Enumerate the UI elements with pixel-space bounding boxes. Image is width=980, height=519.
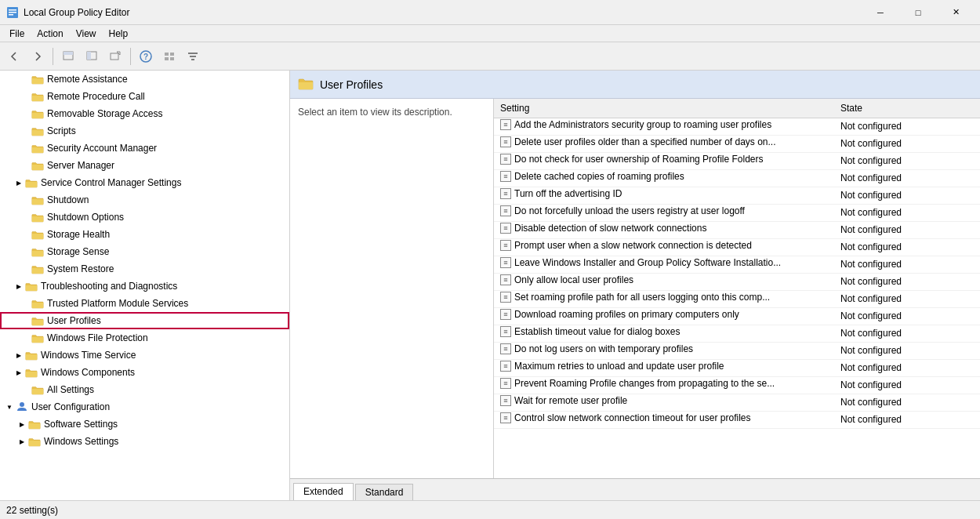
tree-label: Windows Settings [44,436,118,447]
window-controls: ─ □ ✕ [862,1,974,24]
table-row[interactable]: ≡ Control slow network connection timeou… [494,411,980,428]
expand-icon[interactable]: ▶ [13,349,25,361]
svg-rect-7 [87,52,91,60]
expand-placeholder [19,194,31,206]
minimize-button[interactable]: ─ [862,1,898,24]
tree-item-user-profiles[interactable]: User Profiles [0,312,289,329]
back-button[interactable] [3,45,25,67]
tree-label: Removable Storage Access [47,108,162,119]
table-row[interactable]: ≡ Add the Administrators security group … [494,118,980,135]
toolbar-separator-2 [130,48,131,65]
table-row[interactable]: ≡ Do not log users on with temporary pro… [494,342,980,359]
menu-file[interactable]: File [3,27,31,41]
table-row[interactable]: ≡ Do not forcefully unload the users reg… [494,204,980,221]
setting-label: ≡ Set roaming profile path for all users… [494,291,834,303]
setting-state: Not configured [834,359,980,376]
column-state[interactable]: State [834,99,980,118]
filter-button[interactable] [182,45,204,67]
expand-placeholder [19,142,31,154]
table-row[interactable]: ≡ Set roaming profile path for all users… [494,290,980,307]
tree-item-service-control[interactable]: ▶ Service Control Manager Settings [0,174,289,191]
setting-state: Not configured [834,411,980,428]
menu-action[interactable]: Action [31,27,69,41]
svg-rect-2 [9,12,16,13]
table-row[interactable]: ≡ Prompt user when a slow network connec… [494,238,980,256]
show-hide-button[interactable] [81,45,103,67]
column-setting[interactable]: Setting [494,99,834,118]
tree-item-server-manager[interactable]: Server Manager [0,157,289,174]
tree-item-shutdown[interactable]: Shutdown [0,191,289,209]
tab-extended[interactable]: Extended [293,483,354,500]
tree-item-scripts[interactable]: Scripts [0,122,289,140]
table-row[interactable]: ≡ Do not check for user ownership of Roa… [494,152,980,169]
table-row[interactable]: ≡ Maximum retries to unload and update u… [494,359,980,376]
setting-state: Not configured [834,135,980,152]
tree-item-system-restore[interactable]: System Restore [0,260,289,278]
table-row[interactable]: ≡ Delete cached copies of roaming profil… [494,169,980,187]
tree-item-windows-time[interactable]: ▶ Windows Time Service [0,347,289,364]
tree-item-windows-components[interactable]: ▶ Windows Components [0,364,289,381]
setting-icon: ≡ [500,361,511,372]
tree-item-removable-storage[interactable]: Removable Storage Access [0,105,289,122]
tree-item-remote-procedure[interactable]: Remote Procedure Call [0,88,289,105]
tab-standard[interactable]: Standard [355,484,414,500]
tree-item-security-account[interactable]: Security Account Manager [0,140,289,157]
tree-item-remote-assistance[interactable]: Remote Assistance [0,71,289,88]
folder-icon [31,245,44,258]
view-button[interactable] [158,45,180,67]
table-row[interactable]: ≡ Wait for remote user profile Not confi… [494,394,980,411]
setting-state: Not configured [834,273,980,290]
toolbar-separator-1 [53,48,53,65]
expand-placeholder [19,245,31,258]
help-button[interactable]: ? [135,45,157,67]
setting-label: ≡ Add the Administrators security group … [494,118,834,131]
right-panel-title: User Profiles [320,78,383,91]
setting-state: Not configured [834,169,980,187]
tree-item-software-settings[interactable]: ▶ Software Settings [0,416,289,433]
expand-icon[interactable]: ▶ [16,418,28,430]
table-row[interactable]: ≡ Disable detection of slow network conn… [494,221,980,238]
expand-placeholder [19,332,31,344]
table-row[interactable]: ≡ Delete user profiles older than a spec… [494,135,980,152]
setting-label: ≡ Turn off the advertising ID [494,187,834,200]
expand-icon[interactable]: ▶ [13,176,25,189]
tree-label: Trusted Platform Module Services [47,298,188,309]
status-text: 22 setting(s) [6,505,58,516]
expand-placeholder [19,297,31,310]
folder-icon [31,228,44,241]
menu-view[interactable]: View [70,27,103,41]
folder-icon [31,314,44,327]
menu-help[interactable]: Help [103,27,135,41]
tree-item-all-settings[interactable]: All Settings [0,381,289,398]
tree-item-trusted-platform[interactable]: Trusted Platform Module Services [0,295,289,312]
tree-item-user-configuration[interactable]: ▼ User Configuration [0,398,289,416]
forward-button[interactable] [27,45,49,67]
expand-icon[interactable]: ▶ [16,435,28,448]
tree-item-shutdown-options[interactable]: Shutdown Options [0,209,289,226]
table-row[interactable]: ≡ Leave Windows Installer and Group Poli… [494,256,980,273]
tree-panel[interactable]: Remote Assistance Remote Procedure Call [0,71,290,500]
maximize-button[interactable]: □ [900,1,936,24]
window-title: Local Group Policy Editor [24,7,862,18]
tree-item-storage-sense[interactable]: Storage Sense [0,243,289,260]
folder-icon [28,418,41,430]
up-button[interactable] [57,45,79,67]
setting-label: ≡ Download roaming profiles on primary c… [494,308,834,321]
table-row[interactable]: ≡ Establish timeout value for dialog box… [494,325,980,342]
table-row[interactable]: ≡ Only allow local user profiles Not con… [494,273,980,290]
tree-item-windows-file-protection[interactable]: Windows File Protection [0,329,289,347]
close-button[interactable]: ✕ [938,1,974,24]
settings-panel[interactable]: Setting State ≡ Add the Administrators s… [494,99,980,478]
tree-item-storage-health[interactable]: Storage Health [0,226,289,243]
table-row[interactable]: ≡ Turn off the advertising ID Not config… [494,187,980,204]
tree-item-windows-settings[interactable]: ▶ Windows Settings [0,433,289,450]
expand-icon[interactable]: ▶ [13,366,25,379]
expand-icon[interactable]: ▶ [13,280,25,292]
setting-label: ≡ Establish timeout value for dialog box… [494,325,834,338]
table-row[interactable]: ≡ Prevent Roaming Profile changes from p… [494,376,980,394]
table-row[interactable]: ≡ Download roaming profiles on primary c… [494,307,980,325]
tree-item-troubleshooting[interactable]: ▶ Troubleshooting and Diagnostics [0,278,289,295]
export-button[interactable] [104,45,126,67]
title-bar: Local Group Policy Editor ─ □ ✕ [0,0,980,25]
expand-icon[interactable]: ▼ [3,401,16,413]
